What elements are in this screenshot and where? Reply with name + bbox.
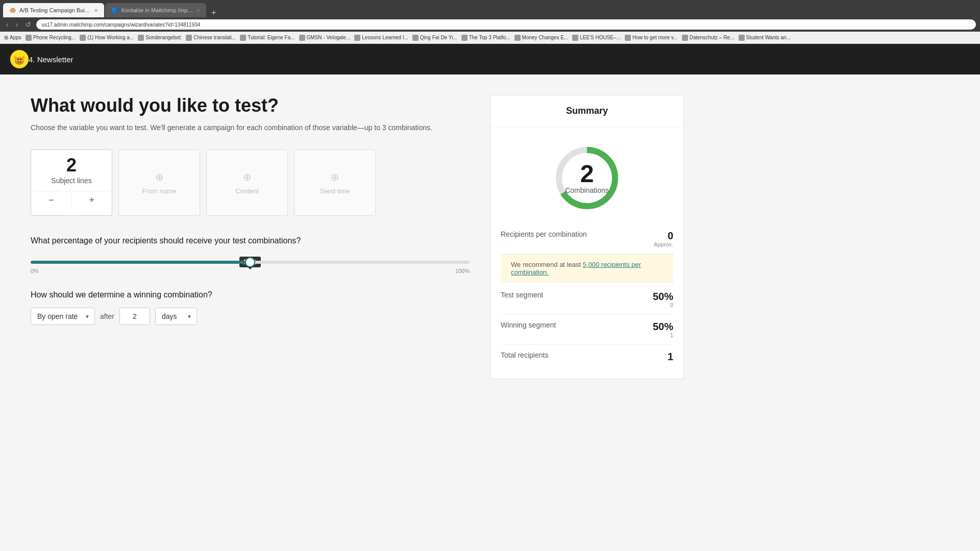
bookmark-favicon-2 [80, 35, 86, 41]
url-bar[interactable]: us17.admin.mailchimp.com/campaigns/wizar… [36, 19, 976, 30]
percentage-section: What percentage of your recipients shoul… [31, 236, 470, 274]
combinations-number: 2 [565, 162, 609, 186]
bookmarks-bar: ⊞ Apps Phone Recycling... (1) How Workin… [0, 32, 980, 44]
bookmark-favicon-4 [186, 35, 192, 41]
tab1-favicon: 🐵 [9, 7, 16, 14]
bookmark-5[interactable]: Tutorial: Eigene Fa... [240, 35, 295, 41]
total-recipients-row: Total recipients 1 [501, 345, 673, 368]
svg-point-4 [20, 58, 22, 60]
recipients-sub: Approx. [654, 241, 673, 247]
subject-decrease-button[interactable]: − [31, 191, 72, 210]
test-segment-count: 0 [653, 302, 673, 308]
bookmark-favicon-1 [26, 35, 32, 41]
from-name-card[interactable]: ⊕ From name [118, 149, 200, 216]
summary-panel: Summary 2 Combinations Recipients pe [490, 95, 684, 379]
tab1-close[interactable]: ✕ [94, 8, 98, 13]
test-segment-row: Test segment 50% 0 [501, 285, 673, 315]
recipients-label: Recipients per combination [501, 230, 587, 238]
test-segment-value: 50% 0 [653, 291, 673, 308]
variable-cards: 2 Subject lines − + ⊕ From name ⊕ Conten… [31, 149, 470, 216]
test-segment-percent: 50% [653, 291, 673, 302]
donut-container: 2 Combinations [491, 127, 683, 224]
summary-title: Summary [491, 95, 683, 127]
tab1-label: A/B Testing Campaign Builder... [19, 7, 91, 13]
winning-question: How should we determine a winning combin… [31, 290, 470, 299]
bookmark-favicon-14 [739, 35, 745, 41]
recommend-text: We recommend at least [511, 261, 583, 268]
forward-button[interactable]: › [14, 19, 20, 30]
send-time-icon: ⊕ [331, 171, 339, 183]
bookmark-14[interactable]: Student Wants an... [739, 35, 791, 41]
app-header: 4. Newsletter [0, 44, 980, 74]
winning-method-select[interactable]: By open rate By click rate Manually [31, 308, 95, 325]
recommend-row: We recommend at least 5,000 recipients p… [501, 254, 673, 283]
percentage-question: What percentage of your recipients shoul… [31, 236, 470, 245]
bookmark-11[interactable]: LEE'S HOUSE–... [572, 35, 621, 41]
slider-max-label: 100% [455, 268, 470, 274]
subject-increase-button[interactable]: + [72, 191, 112, 210]
subject-controls: − + [31, 191, 112, 210]
browser-tab-1[interactable]: 🐵 A/B Testing Campaign Builder... ✕ [3, 3, 104, 17]
bookmark-favicon-10 [514, 35, 521, 41]
slider-min-label: 0% [31, 268, 39, 274]
slider-thumb[interactable] [245, 257, 255, 267]
summary-stats: Recipients per combination 0 Approx. We … [491, 224, 683, 379]
test-segment-label: Test segment [501, 291, 543, 299]
subject-label: Subject lines [51, 177, 91, 185]
url-text: us17.admin.mailchimp.com/campaigns/wizar… [41, 22, 200, 28]
content-label: Content [235, 187, 259, 195]
bookmark-favicon-5 [240, 35, 246, 41]
bookmark-12[interactable]: How to get more v... [625, 35, 678, 41]
after-label: after [100, 312, 114, 320]
subject-lines-card[interactable]: 2 Subject lines − + [31, 149, 112, 216]
main-content: What would you like to test? Choose the … [0, 74, 715, 399]
browser-tab-2[interactable]: 🔵 Kontakte in Mailchimp Import... ✕ [105, 3, 206, 17]
from-name-icon: ⊕ [155, 171, 164, 183]
winning-segment-percent: 50% [653, 321, 673, 332]
bookmark-3[interactable]: Sonderangebot: [138, 35, 182, 41]
winning-segment-value: 50% 1 [653, 321, 673, 338]
donut-center: 2 Combinations [565, 162, 609, 194]
send-time-label: Send time [320, 187, 350, 195]
days-input[interactable] [119, 308, 150, 325]
bookmark-9[interactable]: The Top 3 Platfo... [461, 35, 510, 41]
winning-segment-count: 1 [653, 332, 673, 338]
bookmark-7[interactable]: Lessons Learned I... [354, 35, 408, 41]
bookmark-favicon-12 [625, 35, 631, 41]
apps-icon: ⊞ [4, 35, 8, 40]
page-subtitle: Choose the variable you want to test. We… [31, 122, 470, 133]
total-recipients-number: 1 [668, 351, 673, 362]
subject-count: 2 [66, 156, 77, 174]
content-icon: ⊕ [243, 171, 252, 183]
donut-chart: 2 Combinations [551, 142, 623, 214]
send-time-card[interactable]: ⊕ Send time [294, 149, 376, 216]
tab2-favicon: 🔵 [111, 7, 118, 14]
slider-fill [31, 261, 250, 264]
bookmark-favicon-13 [682, 35, 688, 41]
back-button[interactable]: ‹ [4, 19, 11, 30]
browser-toolbar: ‹ › ↺ us17.admin.mailchimp.com/campaigns… [0, 17, 980, 32]
days-unit-select[interactable]: days hours [155, 308, 197, 325]
total-recipients-label: Total recipients [501, 351, 548, 359]
winning-method-wrapper: By open rate By click rate Manually ▼ [31, 308, 95, 325]
reload-button[interactable]: ↺ [23, 19, 33, 30]
content-card[interactable]: ⊕ Content [206, 149, 288, 216]
bookmark-4[interactable]: Chinese translati... [186, 35, 236, 41]
bookmark-6[interactable]: GMSN - Velogale... [299, 35, 351, 41]
svg-point-3 [17, 58, 19, 60]
new-tab-button[interactable]: + [207, 8, 220, 17]
bookmark-favicon-9 [461, 35, 468, 41]
bookmark-10[interactable]: Money Changes E... [514, 35, 569, 41]
browser-tabs: 🐵 A/B Testing Campaign Builder... ✕ 🔵 Ko… [0, 0, 980, 17]
tab2-close[interactable]: ✕ [196, 8, 200, 13]
slider-container: 50% 0% 100% [31, 261, 470, 274]
bookmark-8[interactable]: Qing Fai De Yi... [412, 35, 457, 41]
bookmark-apps[interactable]: ⊞ Apps [4, 35, 21, 40]
total-recipients-value: 1 [668, 351, 673, 362]
winning-controls: By open rate By click rate Manually ▼ af… [31, 308, 470, 325]
bookmark-13[interactable]: Datenschutz – Re... [682, 35, 734, 41]
recipients-value: 0 Approx. [654, 230, 673, 247]
recipients-stat-row: Recipients per combination 0 Approx. [501, 224, 673, 254]
bookmark-1[interactable]: Phone Recycling... [26, 35, 76, 41]
bookmark-2[interactable]: (1) How Working a... [80, 35, 134, 41]
